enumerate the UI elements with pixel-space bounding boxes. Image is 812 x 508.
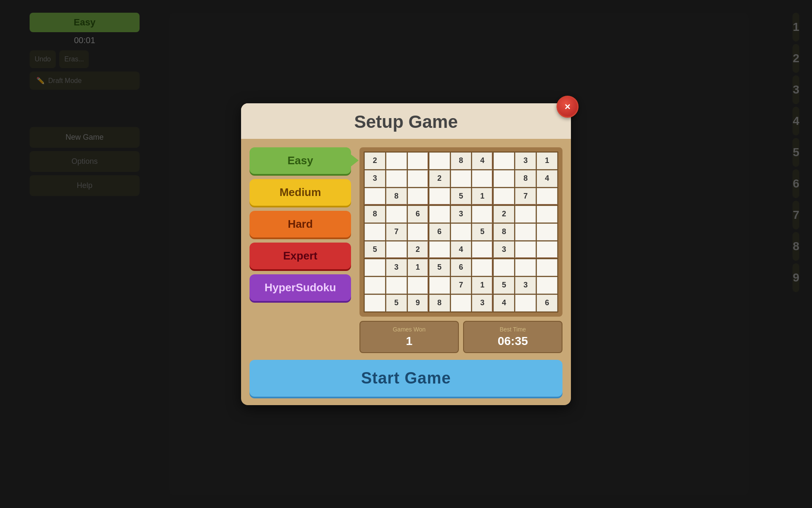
sudoku-cell-r2c4: 5: [451, 188, 472, 205]
sudoku-cell-r3c1: [386, 206, 407, 223]
sudoku-cell-r4c5: 5: [472, 224, 493, 240]
sudoku-cell-r3c3: [429, 206, 450, 223]
sudoku-cell-r7c2: [408, 277, 428, 294]
sudoku-cell-r5c4: 4: [451, 241, 472, 258]
sudoku-cell-r7c1: [386, 277, 407, 294]
sudoku-cell-r1c2: [408, 170, 428, 187]
sudoku-cell-r3c6: 2: [494, 206, 514, 223]
sudoku-cell-r0c8: 1: [537, 152, 557, 169]
sudoku-cell-r1c3: 2: [429, 170, 450, 187]
sudoku-cell-r8c0: [365, 295, 385, 312]
modal-overlay: × Setup Game Easy Medium Hard Expert Hyp…: [0, 0, 812, 508]
start-btn-container: Start Game: [241, 360, 571, 405]
sudoku-cell-r3c8: [537, 206, 557, 223]
sudoku-cell-r2c0: [365, 188, 385, 205]
sudoku-cell-r2c7: 7: [515, 188, 536, 205]
sudoku-cell-r5c6: 3: [494, 241, 514, 258]
sudoku-cell-r5c2: 2: [408, 241, 428, 258]
sudoku-cell-r0c2: [408, 152, 428, 169]
sudoku-cell-r1c6: [494, 170, 514, 187]
sudoku-preview: 284313284851786327658524331567153598346: [359, 147, 562, 317]
sudoku-cell-r6c3: 5: [429, 259, 450, 276]
sudoku-cell-r3c4: 3: [451, 206, 472, 223]
sudoku-cell-r4c2: [408, 224, 428, 240]
sudoku-cell-r1c5: [472, 170, 493, 187]
sudoku-cell-r4c3: 6: [429, 224, 450, 240]
sudoku-cell-r6c5: [472, 259, 493, 276]
sudoku-cell-r5c0: 5: [365, 241, 385, 258]
sudoku-cell-r3c5: [472, 206, 493, 223]
sudoku-cell-r4c1: 7: [386, 224, 407, 240]
sudoku-cell-r6c8: [537, 259, 557, 276]
difficulty-list: Easy Medium Hard Expert HyperSudoku: [250, 147, 351, 353]
sudoku-cell-r6c1: 3: [386, 259, 407, 276]
sudoku-cell-r1c0: 3: [365, 170, 385, 187]
sudoku-cell-r3c0: 8: [365, 206, 385, 223]
sudoku-cell-r6c4: 6: [451, 259, 472, 276]
difficulty-medium-button[interactable]: Medium: [250, 179, 351, 206]
sudoku-cell-r5c8: [537, 241, 557, 258]
sudoku-cell-r8c7: [515, 295, 536, 312]
sudoku-cell-r7c6: 5: [494, 277, 514, 294]
sudoku-cell-r2c3: [429, 188, 450, 205]
games-won-value: 1: [367, 334, 451, 348]
best-time-label: Best Time: [471, 326, 555, 333]
sudoku-cell-r1c7: 8: [515, 170, 536, 187]
sudoku-cell-r2c2: [408, 188, 428, 205]
sudoku-cell-r3c2: 6: [408, 206, 428, 223]
setup-game-modal: × Setup Game Easy Medium Hard Expert Hyp…: [241, 103, 571, 405]
difficulty-hyper-button[interactable]: HyperSudoku: [250, 274, 351, 301]
sudoku-cell-r2c8: [537, 188, 557, 205]
sudoku-cell-r8c1: 5: [386, 295, 407, 312]
best-time-value: 06:35: [471, 334, 555, 348]
difficulty-easy-button[interactable]: Easy: [250, 147, 351, 174]
sudoku-cell-r3c7: [515, 206, 536, 223]
sudoku-cell-r4c8: [537, 224, 557, 240]
stats-row: Games Won 1 Best Time 06:35: [359, 321, 562, 353]
sudoku-cell-r1c1: [386, 170, 407, 187]
sudoku-cell-r2c6: [494, 188, 514, 205]
sudoku-cell-r7c7: 3: [515, 277, 536, 294]
modal-header: Setup Game: [241, 103, 571, 139]
sudoku-cell-r7c0: [365, 277, 385, 294]
sudoku-cell-r7c8: [537, 277, 557, 294]
sudoku-cell-r2c5: 1: [472, 188, 493, 205]
sudoku-cell-r0c7: 3: [515, 152, 536, 169]
sudoku-cell-r7c3: [429, 277, 450, 294]
best-time-box: Best Time 06:35: [463, 321, 562, 353]
sudoku-cell-r8c5: 3: [472, 295, 493, 312]
modal-title: Setup Game: [241, 112, 571, 132]
close-button[interactable]: ×: [557, 96, 579, 118]
sudoku-cell-r5c5: [472, 241, 493, 258]
sudoku-cell-r7c4: 7: [451, 277, 472, 294]
sudoku-cell-r0c5: 4: [472, 152, 493, 169]
sudoku-cell-r6c2: 1: [408, 259, 428, 276]
games-won-box: Games Won 1: [359, 321, 459, 353]
sudoku-cell-r4c7: [515, 224, 536, 240]
sudoku-cell-r1c4: [451, 170, 472, 187]
sudoku-cell-r6c0: [365, 259, 385, 276]
modal-body: Easy Medium Hard Expert HyperSudoku 2843…: [241, 139, 571, 360]
sudoku-cell-r0c3: [429, 152, 450, 169]
start-game-button[interactable]: Start Game: [250, 360, 562, 397]
sudoku-cell-r8c8: 6: [537, 295, 557, 312]
preview-area: 284313284851786327658524331567153598346 …: [359, 147, 562, 353]
sudoku-cell-r6c7: [515, 259, 536, 276]
sudoku-cell-r0c4: 8: [451, 152, 472, 169]
sudoku-cell-r2c1: 8: [386, 188, 407, 205]
sudoku-cell-r8c3: 8: [429, 295, 450, 312]
sudoku-cell-r5c1: [386, 241, 407, 258]
difficulty-expert-button[interactable]: Expert: [250, 243, 351, 269]
sudoku-cell-r7c5: 1: [472, 277, 493, 294]
sudoku-cell-r8c2: 9: [408, 295, 428, 312]
sudoku-cell-r0c6: [494, 152, 514, 169]
games-won-label: Games Won: [367, 326, 451, 333]
difficulty-hard-button[interactable]: Hard: [250, 211, 351, 237]
sudoku-cell-r6c6: [494, 259, 514, 276]
sudoku-cell-r0c0: 2: [365, 152, 385, 169]
sudoku-cell-r0c1: [386, 152, 407, 169]
sudoku-cell-r8c4: [451, 295, 472, 312]
sudoku-cell-r8c6: 4: [494, 295, 514, 312]
sudoku-preview-grid: 284313284851786327658524331567153598346: [364, 152, 558, 312]
sudoku-cell-r5c7: [515, 241, 536, 258]
